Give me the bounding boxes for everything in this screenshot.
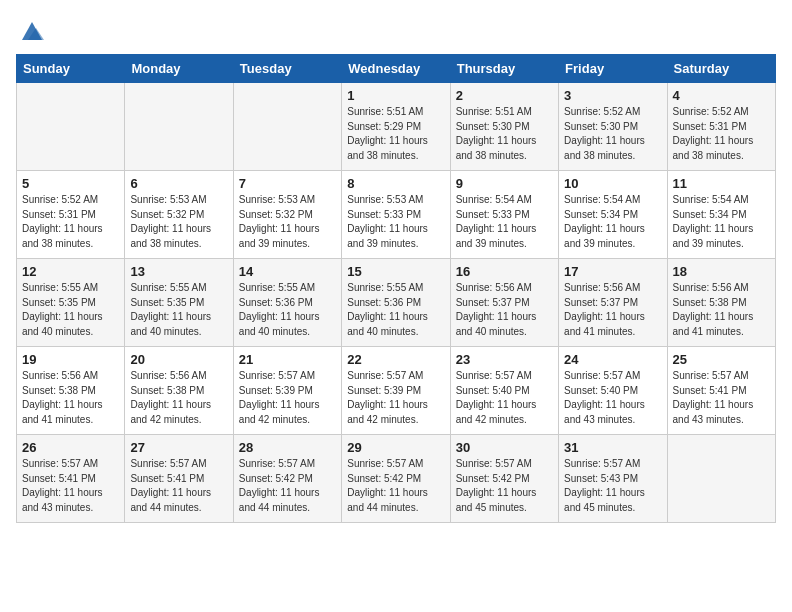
day-number: 8 xyxy=(347,176,444,191)
day-info: Sunrise: 5:57 AM Sunset: 5:39 PM Dayligh… xyxy=(347,369,444,427)
day-info: Sunrise: 5:57 AM Sunset: 5:41 PM Dayligh… xyxy=(673,369,770,427)
header-friday: Friday xyxy=(559,55,667,83)
day-info: Sunrise: 5:54 AM Sunset: 5:34 PM Dayligh… xyxy=(564,193,661,251)
day-number: 31 xyxy=(564,440,661,455)
day-info: Sunrise: 5:57 AM Sunset: 5:43 PM Dayligh… xyxy=(564,457,661,515)
calendar-header-row: SundayMondayTuesdayWednesdayThursdayFrid… xyxy=(17,55,776,83)
day-number: 7 xyxy=(239,176,336,191)
calendar-cell: 29Sunrise: 5:57 AM Sunset: 5:42 PM Dayli… xyxy=(342,435,450,523)
day-number: 20 xyxy=(130,352,227,367)
day-info: Sunrise: 5:57 AM Sunset: 5:40 PM Dayligh… xyxy=(456,369,553,427)
calendar-table: SundayMondayTuesdayWednesdayThursdayFrid… xyxy=(16,54,776,523)
calendar-cell: 19Sunrise: 5:56 AM Sunset: 5:38 PM Dayli… xyxy=(17,347,125,435)
calendar-cell: 4Sunrise: 5:52 AM Sunset: 5:31 PM Daylig… xyxy=(667,83,775,171)
day-info: Sunrise: 5:56 AM Sunset: 5:38 PM Dayligh… xyxy=(22,369,119,427)
calendar-cell xyxy=(125,83,233,171)
calendar-cell: 24Sunrise: 5:57 AM Sunset: 5:40 PM Dayli… xyxy=(559,347,667,435)
day-number: 11 xyxy=(673,176,770,191)
logo-icon xyxy=(18,16,46,44)
day-number: 30 xyxy=(456,440,553,455)
calendar-cell: 10Sunrise: 5:54 AM Sunset: 5:34 PM Dayli… xyxy=(559,171,667,259)
day-info: Sunrise: 5:57 AM Sunset: 5:39 PM Dayligh… xyxy=(239,369,336,427)
calendar-cell: 14Sunrise: 5:55 AM Sunset: 5:36 PM Dayli… xyxy=(233,259,341,347)
calendar-cell: 15Sunrise: 5:55 AM Sunset: 5:36 PM Dayli… xyxy=(342,259,450,347)
calendar-cell: 26Sunrise: 5:57 AM Sunset: 5:41 PM Dayli… xyxy=(17,435,125,523)
day-info: Sunrise: 5:53 AM Sunset: 5:32 PM Dayligh… xyxy=(130,193,227,251)
header-wednesday: Wednesday xyxy=(342,55,450,83)
calendar-cell: 30Sunrise: 5:57 AM Sunset: 5:42 PM Dayli… xyxy=(450,435,558,523)
day-info: Sunrise: 5:55 AM Sunset: 5:36 PM Dayligh… xyxy=(239,281,336,339)
day-number: 2 xyxy=(456,88,553,103)
day-number: 16 xyxy=(456,264,553,279)
day-number: 14 xyxy=(239,264,336,279)
day-info: Sunrise: 5:57 AM Sunset: 5:42 PM Dayligh… xyxy=(239,457,336,515)
day-number: 6 xyxy=(130,176,227,191)
calendar-cell: 31Sunrise: 5:57 AM Sunset: 5:43 PM Dayli… xyxy=(559,435,667,523)
calendar-cell: 20Sunrise: 5:56 AM Sunset: 5:38 PM Dayli… xyxy=(125,347,233,435)
day-info: Sunrise: 5:51 AM Sunset: 5:29 PM Dayligh… xyxy=(347,105,444,163)
calendar-cell: 22Sunrise: 5:57 AM Sunset: 5:39 PM Dayli… xyxy=(342,347,450,435)
calendar-cell: 27Sunrise: 5:57 AM Sunset: 5:41 PM Dayli… xyxy=(125,435,233,523)
day-number: 9 xyxy=(456,176,553,191)
day-info: Sunrise: 5:54 AM Sunset: 5:34 PM Dayligh… xyxy=(673,193,770,251)
calendar-week-row: 12Sunrise: 5:55 AM Sunset: 5:35 PM Dayli… xyxy=(17,259,776,347)
day-info: Sunrise: 5:57 AM Sunset: 5:41 PM Dayligh… xyxy=(130,457,227,515)
day-info: Sunrise: 5:56 AM Sunset: 5:37 PM Dayligh… xyxy=(564,281,661,339)
calendar-cell: 5Sunrise: 5:52 AM Sunset: 5:31 PM Daylig… xyxy=(17,171,125,259)
day-info: Sunrise: 5:52 AM Sunset: 5:31 PM Dayligh… xyxy=(22,193,119,251)
header-saturday: Saturday xyxy=(667,55,775,83)
calendar-cell: 21Sunrise: 5:57 AM Sunset: 5:39 PM Dayli… xyxy=(233,347,341,435)
day-info: Sunrise: 5:51 AM Sunset: 5:30 PM Dayligh… xyxy=(456,105,553,163)
header-tuesday: Tuesday xyxy=(233,55,341,83)
day-number: 3 xyxy=(564,88,661,103)
day-info: Sunrise: 5:52 AM Sunset: 5:31 PM Dayligh… xyxy=(673,105,770,163)
calendar-cell xyxy=(233,83,341,171)
day-info: Sunrise: 5:55 AM Sunset: 5:35 PM Dayligh… xyxy=(22,281,119,339)
logo xyxy=(16,16,46,44)
day-number: 23 xyxy=(456,352,553,367)
calendar-week-row: 5Sunrise: 5:52 AM Sunset: 5:31 PM Daylig… xyxy=(17,171,776,259)
calendar-cell: 11Sunrise: 5:54 AM Sunset: 5:34 PM Dayli… xyxy=(667,171,775,259)
calendar-cell: 1Sunrise: 5:51 AM Sunset: 5:29 PM Daylig… xyxy=(342,83,450,171)
calendar-cell: 23Sunrise: 5:57 AM Sunset: 5:40 PM Dayli… xyxy=(450,347,558,435)
header-monday: Monday xyxy=(125,55,233,83)
calendar-week-row: 1Sunrise: 5:51 AM Sunset: 5:29 PM Daylig… xyxy=(17,83,776,171)
day-info: Sunrise: 5:55 AM Sunset: 5:35 PM Dayligh… xyxy=(130,281,227,339)
calendar-cell: 3Sunrise: 5:52 AM Sunset: 5:30 PM Daylig… xyxy=(559,83,667,171)
day-number: 24 xyxy=(564,352,661,367)
calendar-cell: 16Sunrise: 5:56 AM Sunset: 5:37 PM Dayli… xyxy=(450,259,558,347)
header-sunday: Sunday xyxy=(17,55,125,83)
calendar-cell: 6Sunrise: 5:53 AM Sunset: 5:32 PM Daylig… xyxy=(125,171,233,259)
calendar-cell: 18Sunrise: 5:56 AM Sunset: 5:38 PM Dayli… xyxy=(667,259,775,347)
day-number: 21 xyxy=(239,352,336,367)
day-number: 5 xyxy=(22,176,119,191)
day-info: Sunrise: 5:57 AM Sunset: 5:42 PM Dayligh… xyxy=(347,457,444,515)
day-info: Sunrise: 5:56 AM Sunset: 5:37 PM Dayligh… xyxy=(456,281,553,339)
calendar-cell: 7Sunrise: 5:53 AM Sunset: 5:32 PM Daylig… xyxy=(233,171,341,259)
day-number: 13 xyxy=(130,264,227,279)
day-info: Sunrise: 5:54 AM Sunset: 5:33 PM Dayligh… xyxy=(456,193,553,251)
calendar-cell: 17Sunrise: 5:56 AM Sunset: 5:37 PM Dayli… xyxy=(559,259,667,347)
calendar-cell: 13Sunrise: 5:55 AM Sunset: 5:35 PM Dayli… xyxy=(125,259,233,347)
calendar-week-row: 19Sunrise: 5:56 AM Sunset: 5:38 PM Dayli… xyxy=(17,347,776,435)
day-number: 17 xyxy=(564,264,661,279)
header-thursday: Thursday xyxy=(450,55,558,83)
day-number: 15 xyxy=(347,264,444,279)
day-info: Sunrise: 5:53 AM Sunset: 5:32 PM Dayligh… xyxy=(239,193,336,251)
day-number: 27 xyxy=(130,440,227,455)
day-number: 26 xyxy=(22,440,119,455)
calendar-cell: 12Sunrise: 5:55 AM Sunset: 5:35 PM Dayli… xyxy=(17,259,125,347)
day-info: Sunrise: 5:56 AM Sunset: 5:38 PM Dayligh… xyxy=(130,369,227,427)
day-info: Sunrise: 5:55 AM Sunset: 5:36 PM Dayligh… xyxy=(347,281,444,339)
calendar-cell xyxy=(667,435,775,523)
day-number: 4 xyxy=(673,88,770,103)
calendar-cell xyxy=(17,83,125,171)
day-number: 19 xyxy=(22,352,119,367)
day-info: Sunrise: 5:57 AM Sunset: 5:40 PM Dayligh… xyxy=(564,369,661,427)
calendar-cell: 2Sunrise: 5:51 AM Sunset: 5:30 PM Daylig… xyxy=(450,83,558,171)
day-info: Sunrise: 5:53 AM Sunset: 5:33 PM Dayligh… xyxy=(347,193,444,251)
day-number: 22 xyxy=(347,352,444,367)
calendar-cell: 28Sunrise: 5:57 AM Sunset: 5:42 PM Dayli… xyxy=(233,435,341,523)
day-info: Sunrise: 5:57 AM Sunset: 5:41 PM Dayligh… xyxy=(22,457,119,515)
calendar-cell: 9Sunrise: 5:54 AM Sunset: 5:33 PM Daylig… xyxy=(450,171,558,259)
